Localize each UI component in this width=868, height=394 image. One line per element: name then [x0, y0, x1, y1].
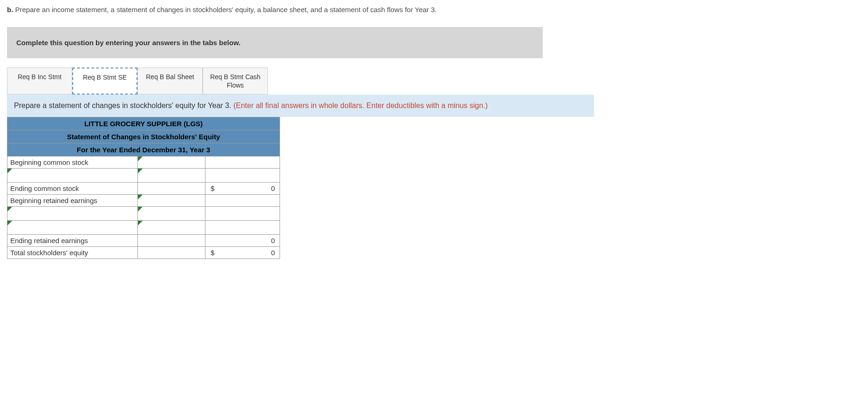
tab-cash-flows[interactable]: Req B Stmt Cash Flows	[203, 68, 268, 95]
total-cell: 0	[205, 234, 280, 246]
total-cell: $0	[205, 182, 280, 194]
table-row: Beginning retained earnings	[7, 194, 280, 206]
question-label: b.	[7, 6, 13, 14]
tab-inc-stmt[interactable]: Req B Inc Stmt	[7, 68, 72, 95]
table-row: Total stockholders' equity $0	[7, 246, 280, 258]
worksheet-title-2: Statement of Changes in Stockholders' Eq…	[7, 130, 280, 143]
input-cell	[138, 182, 205, 194]
row-label: Ending common stock	[7, 182, 138, 194]
total-cell	[205, 168, 280, 182]
tab-stmt-se[interactable]: Req B Stmt SE	[72, 68, 137, 95]
total-value: 0	[271, 249, 275, 257]
row-label-input[interactable]	[7, 220, 138, 234]
tab-content-hint: (Enter all final answers in whole dollar…	[233, 102, 488, 109]
table-row: Ending retained earnings 0	[7, 234, 280, 246]
table-row: Ending common stock $0	[7, 182, 280, 194]
table-row: Beginning common stock	[7, 156, 280, 168]
tab-bal-sheet[interactable]: Req B Bal Sheet	[137, 68, 203, 95]
row-label: Beginning retained earnings	[7, 194, 138, 206]
input-cell[interactable]	[138, 194, 205, 206]
dollar-sign: $	[211, 249, 214, 257]
input-cell	[138, 246, 205, 258]
worksheet-title-3: For the Year Ended December 31, Year 3	[7, 143, 280, 156]
total-cell	[205, 156, 280, 168]
tab-content-panel: Prepare a statement of changes in stockh…	[7, 95, 594, 117]
total-value: 0	[271, 184, 275, 192]
tabs-container: Req B Inc Stmt Req B Stmt SE Req B Bal S…	[7, 68, 861, 95]
row-label: Total stockholders' equity	[7, 246, 138, 258]
input-cell[interactable]	[138, 206, 205, 220]
total-cell: $0	[205, 246, 280, 258]
row-label: Beginning common stock	[7, 156, 138, 168]
dollar-sign: $	[211, 184, 214, 192]
instruction-text: Complete this question by entering your …	[16, 39, 240, 47]
worksheet-title-1: LITTLE GROCERY SUPPLIER (LGS)	[7, 117, 280, 130]
worksheet-table: LITTLE GROCERY SUPPLIER (LGS) Statement …	[7, 117, 280, 259]
input-cell	[138, 234, 205, 246]
row-label-input[interactable]	[7, 168, 138, 182]
total-cell	[205, 220, 280, 234]
input-cell[interactable]	[138, 168, 205, 182]
row-label-input[interactable]	[7, 206, 138, 220]
input-cell[interactable]	[138, 220, 205, 234]
input-cell[interactable]	[138, 156, 205, 168]
question-body: Prepare an income statement, a statement…	[13, 6, 437, 14]
question-prompt: b. Prepare an income statement, a statem…	[7, 5, 861, 15]
row-label: Ending retained earnings	[7, 234, 138, 246]
total-value: 0	[271, 237, 275, 245]
total-cell	[205, 194, 280, 206]
tab-content-main: Prepare a statement of changes in stockh…	[14, 102, 233, 109]
total-cell	[205, 206, 280, 220]
table-row	[7, 168, 280, 182]
instruction-box: Complete this question by entering your …	[7, 27, 543, 58]
table-row	[7, 206, 280, 220]
table-row	[7, 220, 280, 234]
